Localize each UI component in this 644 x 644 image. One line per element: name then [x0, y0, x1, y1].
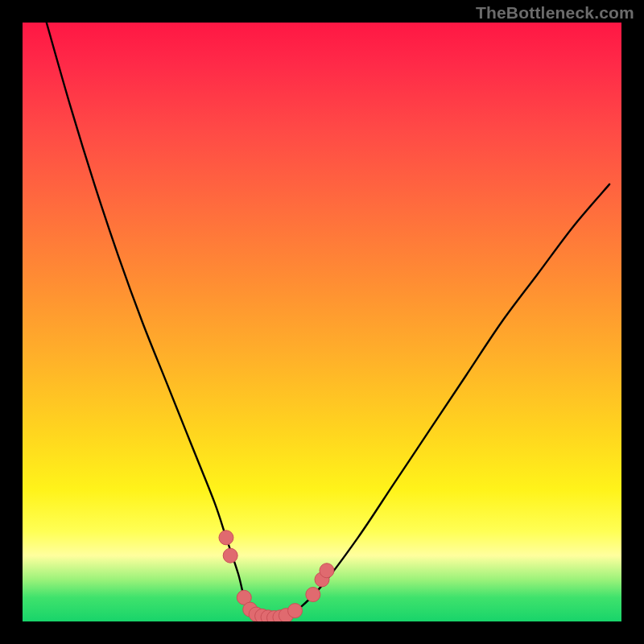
curve-marker [320, 564, 334, 578]
curve-marker [306, 588, 320, 602]
bottleneck-curve [23, 23, 621, 621]
curve-markers [219, 530, 334, 621]
watermark-text: TheBottleneck.com [476, 3, 634, 23]
curve-line [47, 23, 609, 618]
curve-marker [219, 530, 233, 545]
chart-frame: TheBottleneck.com [0, 0, 644, 644]
plot-area [23, 23, 621, 621]
curve-marker [288, 604, 303, 618]
curve-marker [223, 548, 237, 563]
curve-path-group [47, 23, 609, 618]
